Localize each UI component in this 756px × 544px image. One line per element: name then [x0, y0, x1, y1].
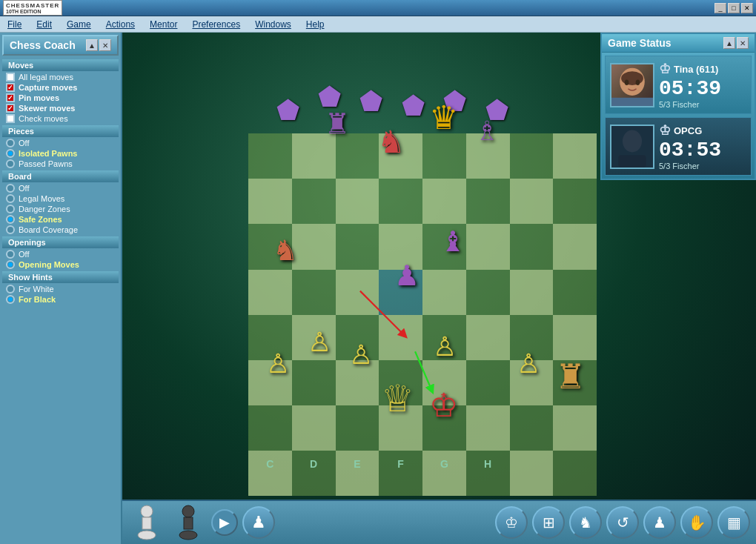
cell-c3[interactable] — [336, 360, 379, 405]
option-pieces-off[interactable]: Off — [0, 138, 121, 148]
grid-button[interactable]: ▦ — [717, 506, 750, 539]
cell-e5[interactable] — [422, 270, 466, 315]
option-isolated[interactable]: Isolated Pawns — [0, 148, 121, 159]
cell-a4[interactable] — [248, 315, 292, 360]
checkbox-capture[interactable] — [6, 83, 15, 92]
cell-b7[interactable] — [292, 179, 336, 224]
cell-f3[interactable] — [466, 360, 510, 405]
radio-pieces-off[interactable] — [6, 139, 15, 147]
checkbox-pin[interactable] — [6, 93, 15, 102]
cell-h3[interactable] — [553, 360, 597, 405]
cell-f8[interactable] — [466, 133, 510, 179]
cell-a3[interactable] — [248, 360, 292, 405]
option-passed[interactable]: Passed Pawns — [0, 159, 121, 169]
menu-mentor[interactable]: Mentor — [142, 18, 185, 31]
cell-d3[interactable] — [379, 360, 422, 405]
cell-f5[interactable] — [466, 270, 510, 315]
menu-actions[interactable]: Actions — [99, 18, 142, 31]
option-board-coverage[interactable]: Board Coverage — [0, 225, 121, 235]
menu-file[interactable]: File — [0, 18, 29, 31]
menu-help[interactable]: Help — [299, 18, 332, 31]
radio-for-white[interactable] — [6, 285, 15, 293]
cell-e6[interactable] — [422, 224, 466, 269]
cell-e3[interactable] — [422, 360, 466, 405]
cell-g4[interactable] — [510, 315, 554, 360]
radio-board-coverage[interactable] — [6, 225, 15, 234]
cell-c6[interactable] — [336, 224, 379, 269]
cell-g8[interactable] — [510, 133, 554, 179]
cell-c7[interactable] — [336, 179, 379, 224]
option-legal-moves[interactable]: Legal Moves — [0, 193, 121, 204]
cell-h5[interactable] — [553, 270, 597, 315]
option-for-white[interactable]: For White — [0, 284, 121, 294]
cell-h4[interactable] — [553, 315, 597, 360]
nav-arrow-button[interactable]: ▶ — [211, 509, 238, 536]
option-opening-moves[interactable]: Opening Moves — [0, 259, 121, 270]
cell-b5[interactable] — [292, 270, 336, 315]
radio-danger-zones[interactable] — [6, 205, 15, 213]
pawn-nav-button[interactable]: ♟ — [242, 506, 275, 539]
cell-c5[interactable] — [336, 270, 379, 315]
cell-c8[interactable] — [336, 133, 379, 179]
king-button[interactable]: ♔ — [495, 506, 528, 539]
option-openings-off[interactable]: Off — [0, 249, 121, 259]
cell-g6[interactable] — [510, 224, 554, 269]
cell-c4[interactable] — [336, 315, 379, 360]
option-danger-zones[interactable]: Danger Zones — [0, 204, 121, 214]
radio-safe-zones[interactable] — [6, 215, 15, 224]
radio-openings-off[interactable] — [6, 250, 15, 259]
option-capture[interactable]: Capture moves — [0, 82, 121, 93]
hand-button[interactable]: ✋ — [680, 506, 713, 539]
minimize-button[interactable]: _ — [714, 3, 726, 13]
cell-d7[interactable] — [379, 179, 422, 224]
status-up-button[interactable]: ▲ — [723, 37, 735, 49]
option-pin[interactable]: Pin moves — [0, 93, 121, 103]
radio-board-off[interactable] — [6, 184, 15, 193]
maximize-button[interactable]: □ — [728, 3, 740, 13]
cell-g3[interactable] — [510, 360, 554, 405]
cell-a7[interactable] — [248, 179, 292, 224]
cell-f4[interactable] — [466, 315, 510, 360]
menu-game[interactable]: Game — [59, 18, 99, 31]
cell-e4[interactable] — [422, 315, 466, 360]
knight-button[interactable]: ♞ — [569, 506, 602, 539]
cell-d4[interactable] — [379, 315, 422, 360]
menu-preferences[interactable]: Preferences — [185, 18, 248, 31]
option-for-black[interactable]: For Black — [0, 294, 121, 305]
option-safe-zones[interactable]: Safe Zones — [0, 214, 121, 225]
radio-isolated[interactable] — [6, 149, 15, 158]
status-close-button[interactable]: ✕ — [737, 37, 749, 49]
checkbox-all-legal[interactable] — [6, 73, 15, 82]
option-all-legal[interactable]: All legal moves — [0, 72, 121, 82]
option-board-off[interactable]: Off — [0, 183, 121, 193]
checkbox-check[interactable] — [6, 114, 15, 123]
cell-h6[interactable] — [553, 224, 597, 269]
cell-e8[interactable] — [422, 133, 466, 179]
cell-a5[interactable] — [248, 270, 292, 315]
cell-b3[interactable] — [292, 360, 336, 405]
option-skewer[interactable]: Skewer moves — [0, 103, 121, 113]
cell-h8[interactable] — [553, 133, 597, 179]
cell-e7[interactable] — [422, 179, 466, 224]
rotate-button[interactable]: ↺ — [606, 506, 639, 539]
cell-d6[interactable] — [379, 224, 422, 269]
checkbox-skewer[interactable] — [6, 104, 15, 113]
cell-b8[interactable] — [292, 133, 336, 179]
cell-a6[interactable] — [248, 224, 292, 269]
menu-edit[interactable]: Edit — [29, 18, 59, 31]
cell-d5[interactable] — [379, 270, 422, 315]
cell-b6[interactable] — [292, 224, 336, 269]
cell-d8[interactable] — [379, 133, 422, 179]
cell-a8[interactable] — [248, 133, 292, 179]
menu-windows[interactable]: Windows — [248, 18, 299, 31]
coach-up-button[interactable]: ▲ — [86, 39, 98, 51]
option-check[interactable]: Check moves — [0, 113, 121, 124]
close-button[interactable]: ✕ — [741, 3, 753, 13]
cell-b4[interactable] — [292, 315, 336, 360]
board-button[interactable]: ⊞ — [532, 506, 565, 539]
cell-f7[interactable] — [466, 179, 510, 224]
cell-h7[interactable] — [553, 179, 597, 224]
radio-for-black[interactable] — [6, 295, 15, 304]
cell-g5[interactable] — [510, 270, 554, 315]
radio-legal-moves[interactable] — [6, 194, 15, 203]
